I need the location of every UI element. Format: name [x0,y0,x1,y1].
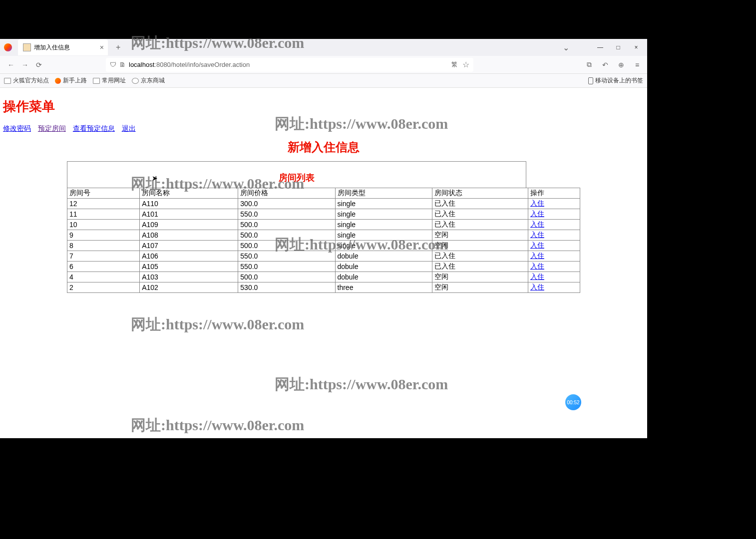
table-cell: 550.0 [238,262,335,272]
tab-title: 增加入住信息 [34,43,70,52]
col-room-name: 房间名称 [140,188,238,199]
close-window-button[interactable]: × [629,40,643,54]
change-password-link[interactable]: 修改密码 [3,124,31,132]
back-button[interactable]: ← [4,58,18,72]
extension-icon[interactable]: ⊕ [615,59,627,71]
close-tab-icon[interactable]: × [100,43,104,51]
checkin-link[interactable]: 入住 [530,252,544,260]
table-row: 11A101550.0single已入住入住 [67,209,580,220]
col-action: 操作 [528,188,580,199]
sidebar-icon[interactable]: ⧉ [583,59,595,71]
table-cell: A110 [140,199,238,209]
table-cell: 4 [67,272,140,282]
table-cell: 空闲 [432,241,528,251]
action-cell: 入住 [528,230,580,241]
table-cell: 500.0 [238,272,335,282]
table-cell: 已入住 [432,262,528,272]
table-cell: 空闲 [432,230,528,241]
table-cell: A101 [140,209,238,220]
table-cell: three [335,282,432,293]
checkin-link[interactable]: 入住 [530,220,544,228]
bookmark-item[interactable]: 常用网址 [93,76,126,85]
table-cell: single [335,230,432,241]
checkin-link[interactable]: 入住 [530,272,544,280]
browser-tab[interactable]: 增加入住信息 × [18,39,108,55]
table-cell: 7 [67,251,140,262]
menu-icon[interactable]: ≡ [631,59,643,71]
table-cell: 10 [67,220,140,230]
table-row: 6A105550.0dobule已入住入住 [67,262,580,272]
table-cell: A106 [140,251,238,262]
table-cell: A109 [140,220,238,230]
table-cell: single [335,220,432,230]
table-cell: 11 [67,209,140,220]
chevron-down-icon[interactable]: ⌄ [563,43,569,52]
checkin-link[interactable]: 入住 [530,262,544,270]
table-cell: A105 [140,262,238,272]
checkin-link[interactable]: 入住 [530,283,544,291]
folder-icon [4,78,11,84]
logout-link[interactable]: 退出 [122,124,136,132]
bookmark-item[interactable]: 京东商城 [132,76,165,85]
forward-button[interactable]: → [18,58,32,72]
translate-icon[interactable]: 繁 [451,60,457,69]
action-cell: 入住 [528,220,580,230]
minimize-button[interactable]: — [593,40,607,54]
doc-icon: 🗎 [119,61,126,68]
star-icon[interactable]: ☆ [462,60,469,69]
reserve-room-link[interactable]: 预定房间 [38,124,66,132]
table-cell: A102 [140,282,238,293]
checkin-link[interactable]: 入住 [530,231,544,239]
url-bar[interactable]: 🛡 🗎 localhost:8080/hotel/info/saveOrder.… [106,58,473,72]
table-cell: single [335,199,432,209]
checkin-link[interactable]: 入住 [530,199,544,207]
url-text: localhost:8080/hotel/info/saveOrder.acti… [129,61,250,68]
table-cell: 6 [67,262,140,272]
table-cell: dobule [335,251,432,262]
table-row: 4A103500.0dobule空闲入住 [67,272,580,282]
table-row: 2A102530.0three空闲入住 [67,282,580,293]
table-cell: A108 [140,230,238,241]
checkin-link[interactable]: 入住 [530,210,544,218]
table-row: 10A109500.0single已入住入住 [67,220,580,230]
table-row: 8A107500.0single空闲入住 [67,241,580,251]
table-cell: dobule [335,262,432,272]
shield-icon: 🛡 [110,61,116,68]
table-row: 7A106550.0dobule已入住入住 [67,251,580,262]
table-cell: 空闲 [432,282,528,293]
table-cell: 已入住 [432,220,528,230]
table-cell: 空闲 [432,272,528,282]
window-controls: ⌄ — □ × [563,39,643,56]
new-tab-button[interactable]: + [112,41,124,54]
maximize-button[interactable]: □ [611,40,625,54]
action-cell: 入住 [528,241,580,251]
view-reservation-link[interactable]: 查看预定信息 [73,124,115,132]
device-icon [588,77,593,84]
table-container: 房间列表 房间号 房间名称 房间价格 房间类型 房间状态 操作 12A11030… [67,161,580,293]
tab-favicon-icon [23,43,31,51]
table-cell: 530.0 [238,282,335,293]
table-cell: 500.0 [238,241,335,251]
bookmark-item[interactable]: 新手上路 [55,76,87,85]
refresh-icon[interactable]: ↶ [599,59,611,71]
action-cell: 入住 [528,251,580,262]
table-cell: 9 [67,230,140,241]
room-table: 房间号 房间名称 房间价格 房间类型 房间状态 操作 12A110300.0si… [67,188,580,293]
menu-title: 操作菜单 [3,98,644,115]
page-content: 操作菜单 修改密码 预定房间 查看预定信息 退出 新增入住信息 房间列表 房间号… [0,88,647,303]
url-bar-row: ← → ⟳ 🛡 🗎 localhost:8080/hotel/info/save… [0,56,647,74]
reload-button[interactable]: ⟳ [32,58,46,72]
table-cell: 550.0 [238,251,335,262]
mobile-bookmarks[interactable]: 移动设备上的书签 [588,76,643,85]
table-cell: 已入住 [432,209,528,220]
table-header-row: 房间号 房间名称 房间价格 房间类型 房间状态 操作 [67,188,580,199]
col-room-type: 房间类型 [335,188,432,199]
table-cell: 8 [67,241,140,251]
bookmark-item[interactable]: 火狐官方站点 [4,76,49,85]
tab-bar: 增加入住信息 × + ⌄ — □ × [0,39,647,56]
action-cell: 入住 [528,262,580,272]
checkin-link[interactable]: 入住 [530,241,544,249]
table-row: 9A108500.0single空闲入住 [67,230,580,241]
table-cell: dobule [335,272,432,282]
page-heading: 新增入住信息 [3,139,644,155]
